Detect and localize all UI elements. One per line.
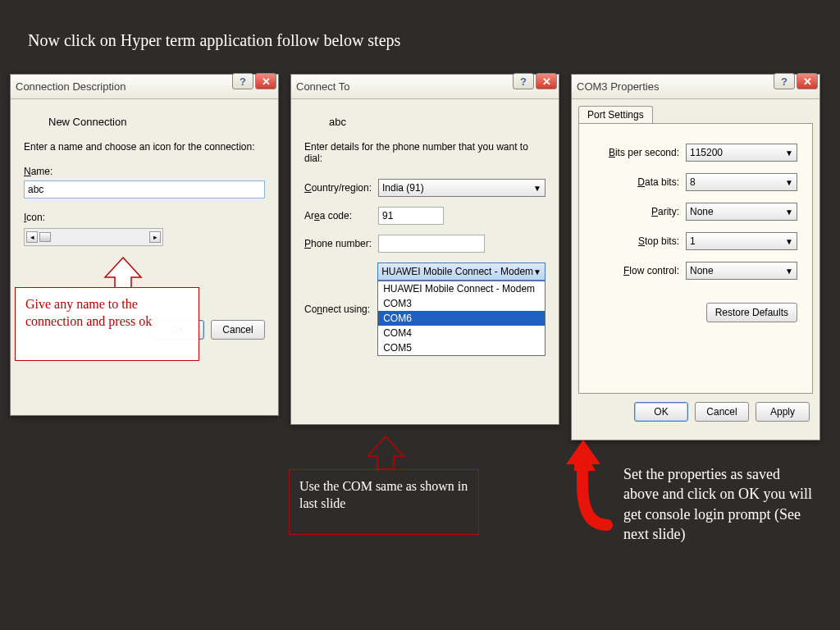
dialog-subtitle: abc (329, 116, 546, 128)
name-label: Name: (24, 166, 265, 177)
titlebar: Connect To ? ✕ (291, 75, 559, 99)
connect-using-select[interactable]: HUAWEI Mobile Connect - Modem▼ (377, 262, 546, 281)
arrow-left-icon[interactable]: ◂ (26, 231, 38, 243)
svg-marker-0 (105, 258, 141, 289)
dialog-prompt: Enter details for the phone number that … (304, 141, 546, 164)
titlebar: Connection Description ? ✕ (11, 75, 278, 99)
phone-label: Phone number: (304, 238, 378, 249)
flow-label: Flow control: (594, 265, 686, 276)
stopbits-select[interactable]: 1▼ (686, 232, 797, 250)
bits-label: Bits per second: (594, 147, 686, 158)
dialog-connect-to: Connect To ? ✕ abc Enter details for the… (290, 74, 559, 425)
dialog-title: COM3 Properties (577, 80, 659, 93)
icon-picker[interactable]: ◂ ▸ (24, 228, 163, 246)
dialog-prompt: Enter a name and choose an icon for the … (24, 141, 265, 153)
chevron-down-icon: ▼ (785, 267, 793, 276)
dialog-title: Connection Description (16, 80, 126, 93)
cancel-button[interactable]: Cancel (211, 320, 265, 340)
country-select[interactable]: India (91)▼ (378, 179, 546, 197)
area-input[interactable] (378, 207, 444, 225)
stopbits-label: Stop bits: (594, 235, 686, 247)
svg-marker-4 (566, 440, 600, 464)
country-label: Country/region: (304, 182, 378, 194)
apply-button[interactable]: Apply (756, 402, 810, 422)
option[interactable]: COM3 (378, 296, 545, 311)
svg-marker-1 (368, 436, 404, 469)
annotation-properties: Set the properties as saved above and cl… (623, 464, 812, 544)
flow-select[interactable]: None▼ (686, 262, 797, 280)
dialog-com-properties: COM3 Properties ? ✕ Port Settings Bits p… (571, 74, 820, 441)
option[interactable]: COM4 (378, 326, 545, 340)
dialog-connection-description: Connection Description ? ✕ New Connectio… (10, 74, 279, 416)
help-button[interactable]: ? (513, 73, 534, 89)
connect-label: Connect using: (304, 304, 377, 315)
ok-button[interactable]: OK (634, 402, 688, 422)
bits-select[interactable]: 115200▼ (686, 144, 797, 162)
arrow-head-icon (564, 438, 602, 468)
chevron-down-icon: ▼ (785, 237, 793, 246)
close-button[interactable]: ✕ (536, 73, 557, 89)
phone-input[interactable] (378, 235, 485, 253)
help-button[interactable]: ? (774, 73, 795, 89)
close-button[interactable]: ✕ (255, 73, 276, 89)
chevron-down-icon: ▼ (785, 178, 793, 187)
parity-select[interactable]: None▼ (686, 203, 797, 221)
titlebar: COM3 Properties ? ✕ (572, 75, 819, 99)
tab-pane: Bits per second: 115200▼ Data bits: 8▼ P… (578, 123, 813, 394)
name-input[interactable] (24, 180, 265, 199)
chevron-down-icon: ▼ (533, 184, 541, 193)
slide-title: Now click on Hyper term application foll… (28, 31, 400, 50)
dialog-subtitle: New Connection (48, 116, 265, 128)
annotation-name: Give any name to the connection and pres… (15, 287, 199, 361)
area-label: Area code: (304, 210, 378, 221)
scroll-thumb[interactable] (39, 232, 51, 242)
arrow-right-icon[interactable]: ▸ (149, 231, 161, 243)
cancel-button[interactable]: Cancel (695, 402, 749, 422)
option-selected[interactable]: COM6 (378, 311, 545, 326)
dialog-title: Connect To (296, 80, 350, 93)
connect-using-options[interactable]: HUAWEI Mobile Connect - Modem COM3 COM6 … (377, 281, 546, 356)
chevron-down-icon: ▼ (785, 208, 793, 217)
annotation-com: Use the COM same as shown in last slide (289, 469, 479, 535)
option[interactable]: COM5 (378, 340, 545, 355)
chevron-down-icon: ▼ (785, 148, 793, 158)
arrow-icon (361, 435, 410, 472)
close-button[interactable]: ✕ (797, 73, 818, 89)
option[interactable]: HUAWEI Mobile Connect - Modem (378, 281, 545, 296)
parity-label: Parity: (594, 206, 686, 217)
databits-label: Data bits: (594, 176, 686, 188)
tab-port-settings[interactable]: Port Settings (578, 106, 653, 123)
icon-label: Icon: (24, 212, 265, 223)
restore-defaults-button[interactable]: Restore Defaults (706, 303, 797, 322)
help-button[interactable]: ? (232, 73, 253, 89)
databits-select[interactable]: 8▼ (686, 173, 797, 191)
chevron-down-icon: ▼ (533, 267, 541, 276)
